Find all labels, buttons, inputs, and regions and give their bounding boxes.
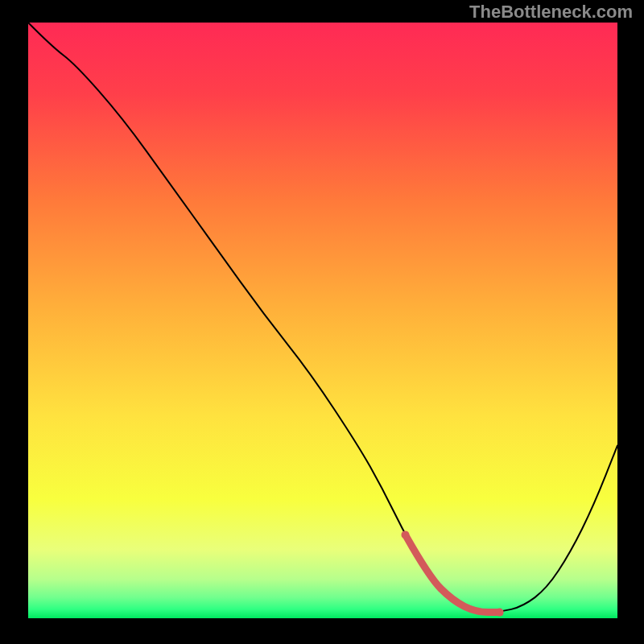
highlight-cap-right [496,609,504,617]
chart-frame: TheBottleneck.com [0,0,644,644]
highlight-cap-left [401,530,409,539]
chart-svg [28,23,617,618]
watermark-label: TheBottleneck.com [469,2,633,23]
chart-plot-area [28,23,617,618]
